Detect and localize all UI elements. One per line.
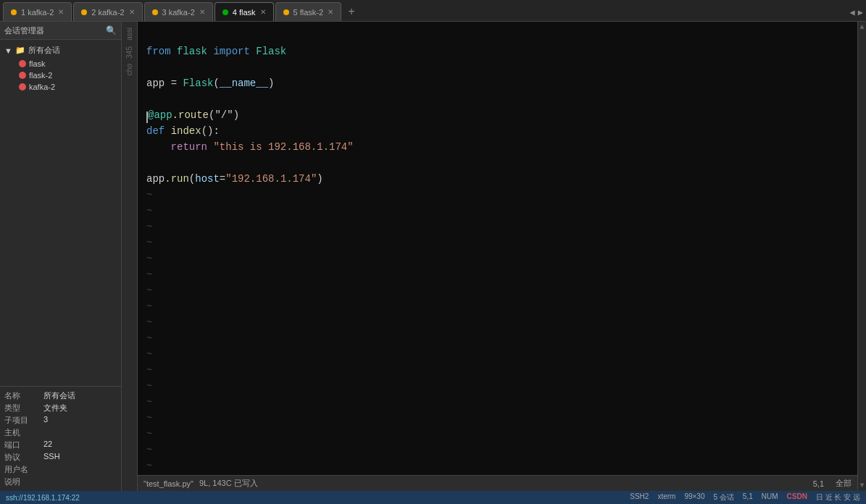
editor-container: from flask import Flask app = Flask(__na… [138, 22, 857, 491]
prop-row-protocol: 协议 SSH [0, 451, 121, 463]
vim-filename: "test_flask.py" [143, 479, 193, 488]
ssh-position: 5,1 [743, 492, 753, 503]
tab-1[interactable]: 1 kafka-2 ✕ [3, 2, 72, 21]
ssh-connection: ssh://192.168.1.174:22 [6, 494, 80, 502]
prop-label-host: 主机 [4, 427, 41, 438]
session-icon-flask2 [19, 72, 26, 79]
prop-label-protocol: 协议 [4, 452, 41, 463]
left-gutter: assi 345 cho [122, 22, 138, 491]
tree-item-kafka2[interactable]: kafka-2 [14, 81, 121, 93]
tree-root-item[interactable]: ▼ 📁 所有会话 [0, 43, 121, 58]
sidebar: 会话管理器 🔍 ▼ 📁 所有会话 flask flask-2 [0, 22, 122, 491]
prop-label-children: 子项目 [4, 415, 41, 426]
tab-label-1: 1 kafka-2 [21, 8, 54, 17]
tab-label-3: 3 kafka-2 [162, 8, 195, 17]
editor-content[interactable]: from flask import Flask app = Flask(__na… [138, 22, 857, 475]
tree-item-flask2[interactable]: flask-2 [14, 70, 121, 81]
tab-2[interactable]: 2 kafka-2 ✕ [73, 2, 142, 21]
sidebar-title: 会话管理器 [4, 25, 102, 36]
vim-status-line: "test_flask.py" 9L, 143C 已写入 5,1 全部 [138, 475, 857, 491]
tree-item-label-kafka2: kafka-2 [29, 83, 55, 91]
prop-row-port: 端口 22 [0, 439, 121, 451]
ssh-bar: ssh://192.168.1.174:22 SSH2 xterm 99×30 … [0, 491, 866, 504]
sidebar-header: 会话管理器 🔍 [0, 22, 121, 40]
scroll-down-icon[interactable]: ▼ [858, 480, 865, 491]
tree-item-label-flask: flask [29, 59, 46, 68]
tab-bar: 1 kafka-2 ✕ 2 kafka-2 ✕ 3 kafka-2 ✕ 4 fl… [0, 0, 866, 22]
add-tab-button[interactable]: + [343, 4, 360, 21]
tab-arrow-left[interactable]: ◀ [850, 7, 855, 18]
prop-value-host [43, 427, 117, 438]
properties-panel: 名称 所有会话 类型 文件夹 子项目 3 主机 端口 22 协议 SSH [0, 386, 121, 491]
editor-main[interactable]: from flask import Flask app = Flask(__na… [138, 22, 857, 475]
gutter-label-cho: cho [125, 64, 133, 75]
ssh-bar-right: SSH2 xterm 99×30 5 会话 5,1 NUM CSDN 日 近 长… [630, 492, 860, 503]
ssh-term: xterm [657, 492, 675, 503]
tab-icon-3 [152, 9, 158, 15]
nav-labels: 日 近 长 安 远 [816, 492, 860, 503]
prop-value-port: 22 [43, 440, 117, 450]
vim-info: 9L, 143C 已写入 [199, 478, 258, 489]
prop-value-children: 3 [43, 415, 117, 426]
tab-icon-1 [11, 9, 17, 15]
scroll-up-icon[interactable]: ▲ [858, 22, 865, 33]
ssh-sessions: 5 会话 [714, 492, 734, 503]
prop-row-name: 名称 所有会话 [0, 390, 121, 402]
session-icon-flask [19, 60, 26, 67]
ssh-size: 99×30 [684, 492, 704, 503]
prop-row-type: 类型 文件夹 [0, 402, 121, 414]
sidebar-search-button[interactable]: 🔍 [105, 25, 117, 36]
tab-label-5: 5 flask-2 [293, 8, 324, 17]
tree-arrow-icon: ▼ [4, 46, 12, 55]
tab-icon-4 [222, 9, 228, 15]
prop-label-name: 名称 [4, 390, 41, 401]
main-area: 会话管理器 🔍 ▼ 📁 所有会话 flask flask-2 [0, 22, 866, 491]
prop-value-username [43, 464, 117, 475]
tree-root-label: 所有会话 [28, 45, 60, 56]
right-scrollbar[interactable]: ▲ ▼ [857, 22, 866, 491]
tab-close-4[interactable]: ✕ [260, 8, 266, 16]
tree-item-label-flask2: flask-2 [29, 71, 52, 80]
prop-value-type: 文件夹 [43, 403, 117, 413]
tab-label-4: 4 flask [233, 8, 256, 17]
tab-5[interactable]: 5 flask-2 ✕ [275, 2, 342, 21]
gutter-label-345: 345 [125, 46, 133, 59]
tab-scroll-arrows: ◀ ▶ [850, 7, 863, 21]
prop-value-name: 所有会话 [43, 390, 117, 401]
tab-close-3[interactable]: ✕ [199, 8, 205, 16]
tree-children: flask flask-2 kafka-2 [0, 58, 121, 93]
prop-row-username: 用户名 [0, 463, 121, 476]
prop-value-protocol: SSH [43, 452, 117, 463]
brand-label: CSDN [787, 492, 807, 503]
vim-position: 5,1 [813, 479, 824, 488]
tab-3[interactable]: 3 kafka-2 ✕ [144, 2, 213, 21]
prop-label-port: 端口 [4, 440, 41, 450]
tab-icon-2 [81, 9, 87, 15]
vim-status-right: 5,1 全部 [813, 478, 852, 489]
prop-label-desc: 说明 [4, 476, 41, 487]
prop-row-desc: 说明 [0, 476, 121, 488]
sidebar-tree: ▼ 📁 所有会话 flask flask-2 kafka-2 [0, 40, 121, 386]
tab-icon-5 [283, 9, 289, 15]
tab-close-5[interactable]: ✕ [328, 8, 333, 16]
prop-row-children: 子项目 3 [0, 414, 121, 427]
folder-icon: 📁 [15, 46, 25, 55]
ssh-mode: NUM [762, 492, 778, 503]
vim-view: 全部 [836, 478, 852, 489]
prop-row-host: 主机 [0, 427, 121, 439]
tab-close-2[interactable]: ✕ [129, 8, 135, 16]
ssh-protocol: SSH2 [630, 492, 649, 503]
tree-item-flask[interactable]: flask [14, 58, 121, 70]
tab-label-2: 2 kafka-2 [91, 8, 124, 17]
prop-label-username: 用户名 [4, 464, 41, 475]
prop-value-desc [43, 476, 117, 487]
gutter-label-assi: assi [125, 28, 133, 41]
session-icon-kafka2 [19, 83, 26, 91]
tab-close-1[interactable]: ✕ [58, 8, 64, 16]
tab-4[interactable]: 4 flask ✕ [215, 2, 274, 21]
tab-arrow-right[interactable]: ▶ [858, 7, 863, 18]
prop-label-type: 类型 [4, 403, 41, 413]
